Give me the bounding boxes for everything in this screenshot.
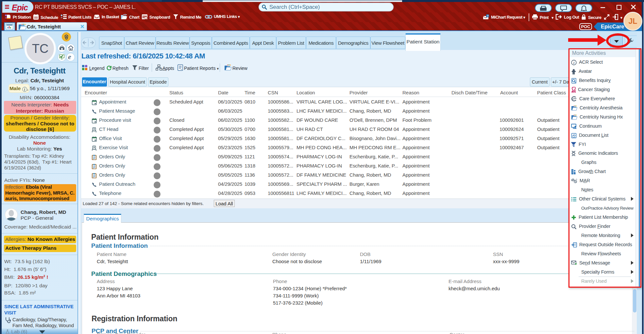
svg-text:?: ? xyxy=(487,14,488,18)
svg-text:i: i xyxy=(573,60,575,64)
svg-text:ult: ult xyxy=(573,133,575,135)
